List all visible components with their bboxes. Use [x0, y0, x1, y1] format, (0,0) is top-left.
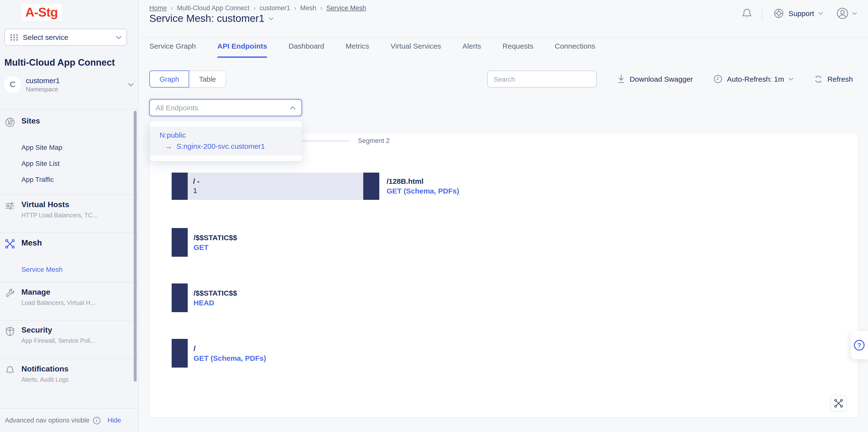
mesh-icon	[5, 239, 16, 249]
arrow-right-icon: →	[165, 142, 172, 150]
namespace-name: customer1	[26, 76, 128, 85]
endpoint-methods-link[interactable]: GET (Schema, PDFs)	[386, 187, 459, 195]
view-toggle: Graph Table	[149, 70, 226, 88]
sidebar-item-manage[interactable]: Manage Load Balancers, Virtual H...	[0, 288, 138, 306]
tab-connections[interactable]: Connections	[555, 42, 595, 58]
divider	[0, 358, 138, 359]
graph-node[interactable]	[172, 173, 188, 200]
endpoint-path: /	[193, 344, 266, 352]
chevron-down-icon	[852, 12, 857, 15]
divider	[762, 7, 763, 20]
edge-path-label: / -	[193, 177, 199, 185]
sidebar-item-app-site-map[interactable]: App Site Map	[21, 144, 138, 151]
sidebar-item-mesh[interactable]: Mesh	[0, 238, 138, 249]
select-service-dropdown[interactable]: Select service	[4, 29, 127, 46]
auto-refresh-dropdown[interactable]: Auto-Refresh: 1m	[713, 74, 794, 84]
sidebar-item-app-site-list[interactable]: App Site List	[21, 159, 138, 167]
endpoints-dropdown-panel: N:public → S:nginx-200-svc.customer1	[150, 121, 302, 161]
refresh-label: Refresh	[827, 75, 853, 83]
sidebar-item-service-mesh[interactable]: Service Mesh	[21, 266, 138, 273]
breadcrumb-separator: ›	[320, 4, 322, 12]
sidebar-scrollbar[interactable]	[134, 111, 137, 382]
toolbar: Graph Table Download Swagger Auto-Refres…	[149, 70, 853, 88]
legend-label: Segment 2	[358, 137, 390, 145]
namespace-avatar: C	[4, 76, 21, 93]
support-menu[interactable]: Support	[773, 8, 823, 19]
hide-advanced-nav-link[interactable]: Hide	[107, 417, 121, 424]
auto-refresh-label: Auto-Refresh: 1m	[727, 75, 784, 83]
sidebar-item-virtual-hosts[interactable]: Virtual Hosts HTTP Load Balancers, TC...	[0, 200, 138, 219]
sidebar-section-label: Virtual Hosts	[21, 200, 97, 209]
breadcrumb-home[interactable]: Home	[149, 4, 167, 11]
download-icon	[617, 74, 625, 84]
sidebar-section-label: Notifications	[21, 365, 69, 373]
endpoints-filter-placeholder: All Endpoints	[156, 103, 290, 112]
fit-view-button[interactable]	[830, 395, 847, 412]
chevron-down-icon	[128, 83, 134, 87]
graph-view-button[interactable]: Graph	[149, 70, 189, 88]
endpoint-methods-link[interactable]: GET (Schema, PDFs)	[193, 354, 266, 362]
sidebar-section-virtual-hosts: Virtual Hosts HTTP Load Balancers, TC...	[0, 200, 138, 219]
graph-edge-band[interactable]	[188, 173, 363, 200]
sidebar-item-sites[interactable]: Sites	[0, 117, 138, 127]
breadcrumb-mesh[interactable]: Mesh	[300, 4, 316, 11]
sidebar-section-label: Security	[21, 326, 95, 335]
sidebar-item-security[interactable]: Security App Firewall, Service Poli...	[0, 326, 138, 344]
graph-node[interactable]	[172, 228, 188, 257]
chevron-down-icon[interactable]	[269, 17, 274, 20]
divider	[0, 194, 138, 195]
endpoint-namespace: N:public	[159, 131, 292, 139]
endpoint-path: /$$STATIC$$	[193, 289, 237, 297]
user-avatar-icon	[836, 7, 849, 20]
graph-node[interactable]	[172, 283, 188, 312]
endpoint-option[interactable]: N:public → S:nginx-200-svc.customer1	[150, 126, 302, 156]
tab-dashboard[interactable]: Dashboard	[289, 42, 324, 58]
divider	[0, 282, 138, 282]
tab-requests[interactable]: Requests	[502, 42, 533, 58]
notifications-bell-icon[interactable]	[742, 7, 752, 19]
sidebar-section-subtitle: Alerts, Audit Logs	[21, 376, 69, 383]
advanced-nav-text: Advanced nav options visible	[5, 417, 90, 424]
endpoint-path: /128B.html	[386, 177, 459, 185]
download-swagger-button[interactable]: Download Swagger	[617, 74, 693, 84]
tab-api-endpoints[interactable]: API Endpoints	[217, 42, 267, 58]
chevron-up-icon	[290, 106, 296, 110]
sidebar-section-subtitle: Load Balancers, Virtual H...	[21, 300, 95, 306]
sidebar-section-mesh: Mesh Service Mesh	[0, 238, 138, 273]
sidebar-section-manage: Manage Load Balancers, Virtual H...	[0, 288, 138, 306]
endpoint-methods-link[interactable]: GET	[193, 243, 237, 251]
wrench-icon	[5, 288, 16, 299]
tab-alerts[interactable]: Alerts	[462, 42, 481, 58]
refresh-button[interactable]: Refresh	[814, 74, 853, 83]
brand-logo: A-Stg	[21, 4, 62, 21]
table-view-button[interactable]: Table	[189, 70, 226, 88]
breadcrumb-product[interactable]: Multi-Cloud App Connect	[177, 4, 249, 11]
breadcrumb-separator: ›	[171, 4, 173, 12]
chevron-down-icon	[818, 12, 823, 15]
search-input[interactable]	[487, 70, 597, 88]
life-buoy-icon	[773, 8, 785, 19]
tab-service-graph[interactable]: Service Graph	[149, 42, 196, 58]
graph-node[interactable]	[363, 173, 379, 200]
sidebar-item-app-traffic[interactable]: App Traffic	[21, 176, 138, 183]
account-menu[interactable]	[836, 7, 857, 20]
sidebar-item-notifications[interactable]: Notifications Alerts, Audit Logs	[0, 365, 138, 383]
fit-view-icon	[834, 399, 843, 408]
api-endpoints-graph-canvas: Segment 2 / - 1 /128B.html GET (Schema, …	[149, 133, 858, 418]
endpoints-filter-select[interactable]: All Endpoints	[149, 99, 302, 116]
sidebar-section-security: Security App Firewall, Service Poli...	[0, 326, 138, 344]
breadcrumb-namespace[interactable]: customer1	[259, 4, 290, 11]
endpoint-methods-link[interactable]: HEAD	[193, 299, 237, 307]
namespace-type: Namespace	[26, 86, 128, 93]
help-panel-tab[interactable]: ?	[850, 331, 868, 359]
sidebar: A-Stg Select service Multi-Cloud App Con…	[0, 0, 138, 432]
tab-metrics[interactable]: Metrics	[346, 42, 369, 58]
graph-node[interactable]	[172, 339, 188, 368]
breadcrumb-separator: ›	[294, 4, 296, 12]
breadcrumb-service-mesh[interactable]: Service Mesh	[326, 4, 366, 11]
breadcrumb-separator: ›	[253, 4, 255, 12]
tab-virtual-services[interactable]: Virtual Services	[391, 42, 441, 58]
namespace-selector[interactable]: C customer1 Namespace	[4, 74, 134, 95]
sidebar-section-label: Mesh	[21, 238, 42, 247]
page-title-row: Service Mesh: customer1	[149, 13, 274, 24]
